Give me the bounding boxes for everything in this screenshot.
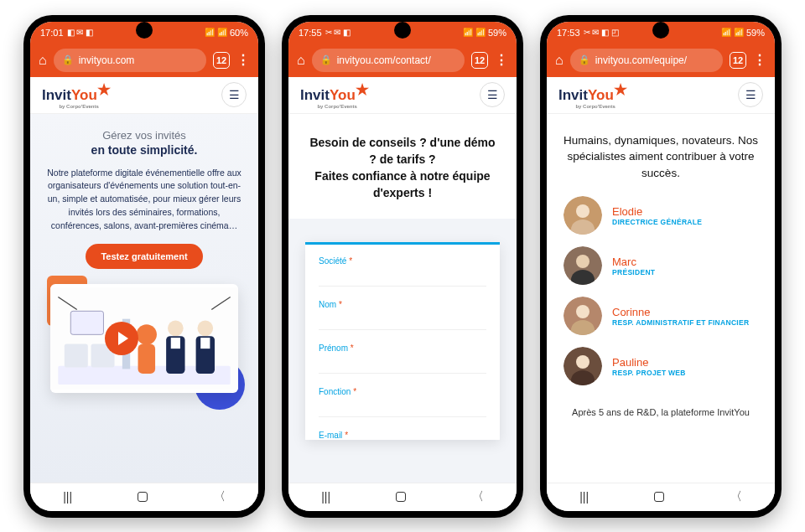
android-nav: ||| 〈 (547, 483, 775, 511)
hero-illustration (50, 284, 238, 393)
nav-recents-icon[interactable]: ||| (579, 490, 589, 504)
hero-title-1: Gérez vos invités (44, 129, 245, 142)
logo-part2: You (588, 87, 614, 104)
hero-body: Notre plateforme digitale événementielle… (44, 167, 245, 233)
status-time: 17:55 (299, 28, 322, 38)
nav-back-icon[interactable]: 〈 (214, 489, 226, 504)
logo[interactable]: InvitYou★ by Corpo'Events (42, 85, 111, 104)
home-icon[interactable]: ⌂ (555, 53, 564, 68)
video-thumbnail[interactable] (50, 284, 238, 393)
more-icon[interactable]: ⋮ (495, 52, 508, 68)
hamburger-button[interactable]: ☰ (480, 82, 505, 107)
member-role: RESP. PROJET WEB (612, 369, 686, 377)
team-member: Pauline RESP. PROJET WEB (564, 347, 758, 385)
member-name: Pauline (612, 356, 686, 369)
status-notif-icons: ✂ ✉ ◧ (325, 28, 351, 37)
site-header: InvitYou★ by Corpo'Events ☰ (288, 77, 517, 114)
member-name: Elodie (612, 205, 702, 218)
label-fonction: Fonction * (319, 387, 486, 396)
status-battery: 59% (488, 28, 506, 38)
label-nom: Nom * (319, 300, 486, 309)
input-prenom[interactable] (319, 356, 486, 374)
svg-point-6 (137, 324, 157, 344)
member-name: Corinne (612, 306, 749, 318)
team-list: Elodie DIRECTRICE GÉNÉRALE Marc PRÉSIDEN… (547, 193, 775, 400)
team-section: Humains, dynamiques, novateurs. Nos spéc… (547, 114, 775, 483)
avatar (564, 246, 602, 285)
team-member: Marc PRÉSIDENT (564, 246, 758, 285)
site-header: InvitYou★ by Corpo'Events ☰ (547, 77, 775, 114)
status-notif-icons: ◧ ✉ ◧ (67, 28, 94, 37)
svg-point-23 (576, 305, 589, 318)
nav-home-icon[interactable] (138, 492, 148, 502)
nav-back-icon[interactable]: 〈 (472, 489, 484, 504)
label-societe: Société * (319, 256, 486, 266)
play-icon[interactable] (105, 322, 138, 355)
status-battery: 60% (230, 28, 248, 38)
logo[interactable]: InvitYou★ by Corpo'Events (558, 85, 627, 104)
site-header: InvitYou★ by Corpo'Events ☰ (30, 77, 258, 114)
team-member: Corinne RESP. ADMINISTRATIF ET FINANCIER (564, 297, 758, 335)
svg-point-20 (576, 255, 589, 268)
status-time: 17:01 (40, 28, 64, 38)
phone-mockup-team: 17:53 ✂ ✉ ◧ ◰ 📶 📶 59% ⌂ 🔒 invityou.com/e… (540, 15, 782, 518)
screen: 17:01 ◧ ✉ ◧ 📶 📶 60% ⌂ 🔒 invityou.com 12 … (30, 22, 258, 511)
nav-recents-icon[interactable]: ||| (63, 490, 72, 504)
svg-rect-10 (171, 338, 180, 349)
status-battery: 59% (746, 28, 765, 38)
team-member: Elodie DIRECTRICE GÉNÉRALE (564, 196, 758, 235)
input-fonction[interactable] (319, 400, 486, 417)
more-icon[interactable]: ⋮ (236, 52, 250, 68)
screen: 17:55 ✂ ✉ ◧ 📶 📶 59% ⌂ 🔒 invityou.com/con… (288, 22, 517, 511)
hero-title-2: en toute simplicité. (44, 143, 245, 157)
hamburger-button[interactable]: ☰ (221, 82, 247, 107)
url-bar[interactable]: 🔒 invityou.com (54, 49, 206, 72)
logo-star-icon: ★ (356, 80, 369, 99)
logo-star-icon: ★ (97, 80, 111, 99)
status-signal-icons: 📶 📶 (721, 28, 744, 37)
svg-rect-4 (70, 312, 103, 335)
more-icon[interactable]: ⋮ (753, 52, 766, 68)
logo-part2: You (71, 87, 97, 104)
hero-section: Gérez vos invités en toute simplicité. N… (30, 114, 258, 483)
url-bar[interactable]: 🔒 invityou.com/contact/ (312, 49, 465, 72)
lock-icon: 🔒 (62, 54, 74, 65)
logo-part1: Invit (300, 87, 330, 104)
field-fonction: Fonction * (319, 387, 486, 417)
logo-sub: by Corpo'Events (575, 104, 615, 109)
member-role: PRÉSIDENT (612, 268, 655, 276)
member-role: DIRECTRICE GÉNÉRALE (612, 218, 702, 226)
android-nav: ||| 〈 (288, 483, 517, 511)
svg-point-11 (197, 321, 213, 337)
avatar (564, 196, 602, 235)
tab-count[interactable]: 12 (730, 52, 746, 69)
hamburger-button[interactable]: ☰ (738, 82, 763, 107)
input-societe[interactable] (319, 269, 486, 287)
logo[interactable]: InvitYou★ by Corpo'Events (300, 85, 369, 104)
nav-back-icon[interactable]: 〈 (730, 489, 742, 504)
member-name: Marc (612, 256, 655, 268)
field-email: E-mail * (319, 431, 486, 440)
status-notif-icons: ✂ ✉ ◧ ◰ (584, 28, 619, 37)
logo-part1: Invit (558, 87, 588, 104)
label-email: E-mail * (319, 431, 486, 440)
home-icon[interactable]: ⌂ (297, 53, 305, 68)
tab-count[interactable]: 12 (213, 52, 230, 69)
url-text: invityou.com/contact/ (337, 54, 431, 66)
browser-toolbar: ⌂ 🔒 invityou.com/contact/ 12 ⋮ (288, 44, 517, 77)
contact-form: Société * Nom * Prénom * Fonction * (305, 242, 500, 440)
home-icon[interactable]: ⌂ (39, 53, 47, 68)
svg-point-8 (168, 321, 184, 337)
screen: 17:53 ✂ ✉ ◧ ◰ 📶 📶 59% ⌂ 🔒 invityou.com/e… (547, 22, 775, 511)
input-nom[interactable] (319, 312, 486, 330)
nav-home-icon[interactable] (654, 492, 664, 502)
field-prenom: Prénom * (319, 343, 486, 374)
svg-point-26 (576, 355, 589, 369)
svg-rect-7 (138, 344, 156, 374)
tab-count[interactable]: 12 (471, 52, 488, 69)
url-bar[interactable]: 🔒 invityou.com/equipe/ (570, 49, 723, 72)
nav-home-icon[interactable] (396, 492, 406, 502)
nav-recents-icon[interactable]: ||| (321, 490, 330, 504)
cta-button[interactable]: Testez gratuitement (86, 244, 202, 269)
url-text: invityou.com (79, 54, 135, 66)
